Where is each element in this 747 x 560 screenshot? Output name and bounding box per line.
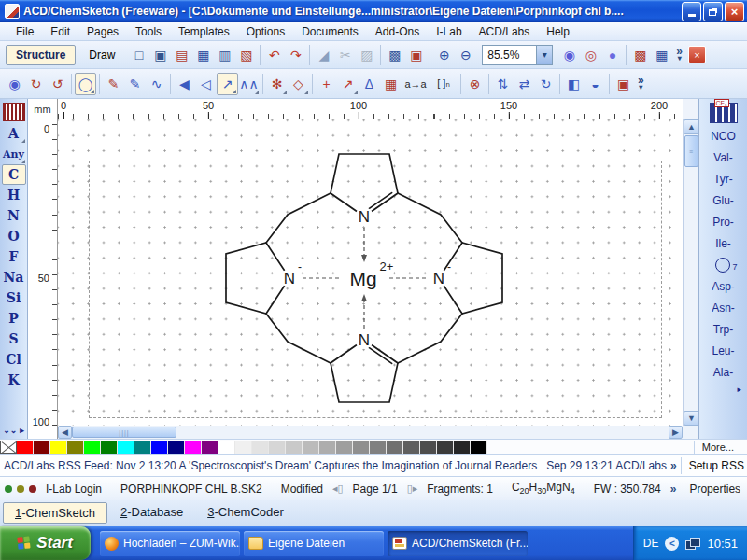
horizontal-scroll-thumb[interactable]: |||| [72, 427, 176, 438]
radical-button-ile[interactable]: Ile- [715, 232, 731, 254]
taskbar-button-chemsketch[interactable]: ACD/ChemSketch (Fr... [388, 531, 528, 556]
taskbar-button-firefox[interactable]: Hochladen – ZUM-Wik... [100, 531, 240, 556]
select-move-3d-icon[interactable]: ◉ [4, 73, 25, 95]
menu-edit[interactable]: Edit [42, 23, 78, 40]
radical-button-tyr[interactable]: Tyr- [713, 168, 733, 189]
radical-panel-expand-icon[interactable]: ▸ [737, 385, 741, 394]
print-icon[interactable]: ▥ [214, 44, 235, 66]
close-toolbar-icon[interactable]: × [688, 46, 706, 63]
drawing-canvas[interactable]: N N N N - - Mg 2+ [58, 119, 683, 426]
mirror-horizontal-icon[interactable]: ◧ [563, 73, 585, 95]
color-swatch[interactable] [235, 441, 252, 454]
palette-more-button[interactable]: More... [694, 441, 741, 454]
scroll-up-icon[interactable]: ▲ [684, 119, 699, 134]
color-swatch[interactable] [286, 441, 303, 454]
minimize-button[interactable] [682, 2, 701, 21]
draw-normal-icon[interactable]: ✎ [103, 73, 124, 95]
color-swatch[interactable] [336, 441, 353, 454]
redo-icon[interactable]: ↷ [285, 44, 306, 66]
color-swatch[interactable] [151, 441, 168, 454]
color-swatch[interactable] [202, 441, 218, 454]
tab1-chemsketch[interactable]: 1-ChemSketch [3, 502, 107, 524]
menu-ilab[interactable]: I-Lab [428, 23, 470, 40]
eraser-icon[interactable]: ◢ [313, 44, 334, 66]
start-button[interactable]: Start [0, 526, 91, 560]
color-swatch[interactable] [134, 441, 151, 454]
menu-options[interactable]: Options [238, 23, 293, 40]
radical-c7-ring-button[interactable]: 7 [715, 254, 730, 275]
wedge-hashed-bond-icon[interactable]: ◁ [195, 73, 217, 95]
close-button[interactable]: × [725, 2, 744, 21]
element-button-h[interactable]: H [2, 185, 26, 205]
open-file-icon[interactable]: ▤ [171, 44, 192, 66]
element-button-o[interactable]: O [2, 226, 26, 246]
radical-button-val[interactable]: Val- [713, 147, 732, 168]
menu-file[interactable]: File [7, 23, 42, 40]
setup-rss-button[interactable]: Setup RSS [681, 457, 747, 474]
new-document-icon[interactable]: □ [128, 44, 149, 66]
copy-pages-icon[interactable]: ▣ [149, 44, 171, 66]
zoom-level-control[interactable]: 85.5%▾ [482, 45, 553, 65]
radical-button-leu[interactable]: Leu- [712, 340, 734, 361]
element-button-k[interactable]: K [2, 370, 26, 390]
menu-pages[interactable]: Pages [78, 23, 127, 40]
color-swatch[interactable] [403, 441, 420, 454]
color-swatch[interactable] [50, 441, 67, 454]
vertical-scrollbar[interactable]: ▲ ≡ ▼ [683, 119, 698, 426]
view-balls-icon[interactable]: ● [601, 44, 623, 66]
radical-button-ala[interactable]: Ala- [713, 361, 733, 383]
color-swatch[interactable] [454, 441, 471, 454]
color-swatch[interactable] [84, 441, 101, 454]
draw-branch-icon[interactable]: ✎ [124, 73, 146, 95]
restore-button[interactable] [703, 2, 723, 21]
menu-help[interactable]: Help [538, 23, 578, 40]
rss-secondary-text[interactable]: Sep 29 13:21 ACD/Labs [546, 459, 667, 472]
wedge-solid-bond-icon[interactable]: ◀ [174, 73, 195, 95]
element-button-si[interactable]: Si [2, 287, 26, 308]
expand-right-icon[interactable]: ▸ [20, 426, 24, 435]
element-button-p[interactable]: P [2, 308, 26, 329]
color-swatch[interactable] [303, 441, 319, 454]
arrow-tool-icon[interactable]: ↗ [217, 73, 238, 95]
reaction-conditions-icon[interactable]: Δ [359, 73, 380, 95]
ilab-login-button[interactable]: I-Lab Login [36, 483, 111, 496]
aromatic-ring-icon[interactable]: ✻ [266, 73, 288, 95]
radical-button-asp[interactable]: Asp- [712, 275, 735, 297]
color-swatch[interactable] [218, 441, 235, 454]
hide-icons-chevron-icon[interactable]: < [665, 537, 679, 551]
periodic-grid-icon[interactable]: ▦ [651, 44, 672, 66]
color-swatch[interactable] [168, 441, 185, 454]
element-button-c[interactable]: C [2, 164, 26, 185]
taskbar-button-folder[interactable]: Eigene Dateien [244, 531, 384, 556]
export-pdf-icon[interactable]: ▧ [235, 44, 257, 66]
reaction-table-icon[interactable]: ▦ [380, 73, 402, 95]
zoom-in-icon[interactable]: ⊕ [433, 44, 455, 66]
element-button-cl[interactable]: Cl [2, 349, 26, 370]
radical-button-pro[interactable]: Pro- [712, 211, 734, 232]
rss-feed-text[interactable]: ACD/Labs RSS Feed: Nov 2 13:20 A 'Spectr… [0, 459, 537, 472]
reaction-arrow-icon[interactable]: ↗ [337, 73, 359, 95]
color-swatch[interactable] [101, 441, 118, 454]
draw-chain-icon[interactable]: ∿ [146, 73, 167, 95]
plus-tool-icon[interactable]: + [316, 73, 337, 95]
element-button-f[interactable]: F [2, 246, 26, 267]
view-structure-icon[interactable]: ◉ [558, 44, 580, 66]
clean-3d-icon[interactable]: ▣ [613, 73, 634, 95]
color-swatch[interactable] [387, 441, 403, 454]
rss-overflow-chevron[interactable]: » [670, 459, 677, 472]
paste-icon[interactable]: ▨ [356, 44, 377, 66]
radical-button-trp[interactable]: Trp- [713, 318, 734, 340]
copy-special-icon[interactable]: ▩ [384, 44, 405, 66]
color-swatch[interactable] [370, 441, 387, 454]
menu-templates[interactable]: Templates [170, 23, 238, 40]
delete-structure-icon[interactable]: ⊗ [464, 73, 486, 95]
view-page-icon[interactable]: ◎ [580, 44, 601, 66]
tab2-database[interactable]: 2-Database [109, 502, 194, 522]
radical-button-nco[interactable]: NCO [711, 125, 736, 147]
periodic-table-icon[interactable] [3, 103, 25, 121]
toolbar-overflow-chevron[interactable]: »▾ [676, 48, 683, 63]
color-swatch[interactable] [252, 441, 269, 454]
status-overflow-chevron[interactable]: » [670, 483, 690, 496]
flip-horizontal-icon[interactable]: ⇄ [514, 73, 535, 95]
rotate-3d-icon[interactable]: ↻ [25, 73, 47, 95]
